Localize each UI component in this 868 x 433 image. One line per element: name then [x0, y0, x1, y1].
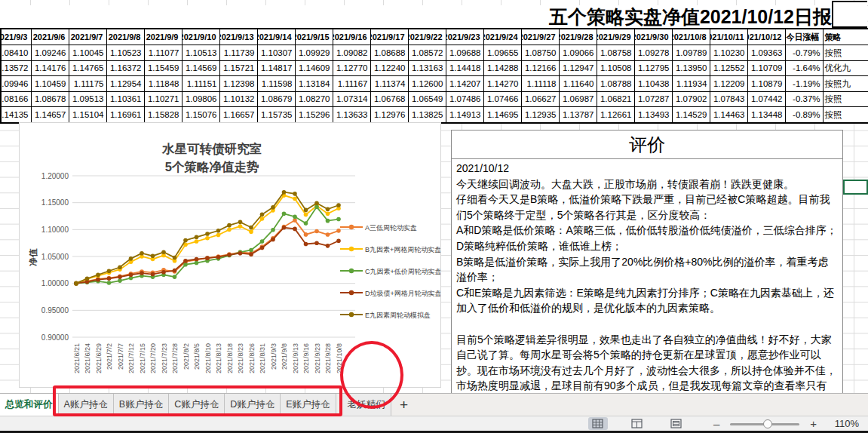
- net-value-cell[interactable]: 1.14135: [1, 107, 31, 123]
- zoom-in-button[interactable]: +: [810, 419, 817, 429]
- net-value-cell[interactable]: 1.11739: [219, 45, 257, 61]
- page-break-preview-icon[interactable]: [667, 417, 686, 430]
- net-value-cell[interactable]: 1.08166: [1, 91, 31, 107]
- net-value-cell[interactable]: 1.10045: [69, 45, 106, 61]
- net-value-cell[interactable]: 1.06987: [559, 91, 597, 107]
- net-value-cell[interactable]: 1.14529: [672, 107, 710, 123]
- sheet-tab-E账户持仓[interactable]: E账户持仓: [281, 394, 336, 416]
- net-value-cell[interactable]: 1.14765: [69, 60, 106, 76]
- net-value-cell[interactable]: 1.11598: [257, 76, 295, 92]
- net-value-cell[interactable]: 1.07314: [333, 91, 370, 107]
- net-value-cell[interactable]: 1.13572: [1, 60, 31, 76]
- net-value-cell[interactable]: 1.12770: [333, 60, 370, 76]
- net-value-cell[interactable]: 1.08679: [257, 91, 295, 107]
- net-value-cell[interactable]: 1.12976: [370, 107, 408, 123]
- net-value-cell[interactable]: 1.07442: [747, 91, 785, 107]
- net-value-cell[interactable]: 1.11118: [521, 76, 559, 92]
- strategy-cell[interactable]: 优化九: [823, 60, 868, 76]
- net-value-cell[interactable]: 1.15459: [144, 60, 182, 76]
- net-value-cell[interactable]: 1.15104: [69, 107, 106, 123]
- net-value-cell[interactable]: 1.07843: [710, 91, 747, 107]
- sheet-tab-D账户持仓[interactable]: D账户持仓: [225, 394, 281, 416]
- net-value-cell[interactable]: 1.08788: [597, 76, 634, 92]
- net-value-cell[interactable]: 1.10361: [106, 91, 144, 107]
- net-value-cell[interactable]: 1.14288: [483, 60, 521, 76]
- net-value-cell[interactable]: 1.11167: [333, 76, 370, 92]
- net-value-cell[interactable]: 1.08572: [408, 45, 446, 61]
- net-value-cell[interactable]: 1.14207: [446, 76, 483, 92]
- net-value-cell[interactable]: 1.08750: [521, 45, 559, 61]
- net-value-cell[interactable]: 1.15076: [182, 107, 219, 123]
- net-value-cell[interactable]: 1.14418: [446, 60, 483, 76]
- net-value-cell[interactable]: 1.07466: [483, 91, 521, 107]
- sheet-tab-overview[interactable]: 总览和评价: [0, 394, 59, 416]
- net-value-cell[interactable]: 1.14657: [31, 107, 69, 123]
- chart-container[interactable]: 水星可转债研究室5个策略净值走势净值1.200001.150001.100001…: [19, 122, 441, 388]
- net-value-cell[interactable]: 1.06768: [370, 91, 408, 107]
- net-value-cell[interactable]: 1.13184: [295, 76, 333, 92]
- net-value-cell[interactable]: 1.08410: [1, 45, 31, 61]
- net-value-cell[interactable]: 1.15735: [257, 107, 295, 123]
- net-value-cell[interactable]: 1.14270: [483, 76, 521, 92]
- net-value-cell[interactable]: 1.12935: [521, 107, 559, 123]
- net-value-cell[interactable]: 1.11151: [182, 76, 219, 92]
- normal-view-icon[interactable]: [588, 417, 608, 430]
- daily-change-cell[interactable]: -0.89%: [785, 107, 823, 123]
- net-value-cell[interactable]: 1.09246: [31, 45, 69, 61]
- net-value-cell[interactable]: 1.10508: [597, 60, 634, 76]
- net-value-cell[interactable]: 1.09363: [747, 45, 785, 61]
- net-value-cell[interactable]: 1.16961: [106, 107, 144, 123]
- net-value-cell[interactable]: 1.06821: [597, 91, 634, 107]
- net-value-cell[interactable]: 1.12166: [521, 60, 559, 76]
- net-value-cell[interactable]: 1.08678: [31, 91, 69, 107]
- daily-change-cell[interactable]: -0.79%: [785, 45, 823, 61]
- strategy-cell[interactable]: 按照: [823, 45, 868, 61]
- net-value-cell[interactable]: 1.10230: [710, 45, 747, 61]
- net-value-cell[interactable]: 1.08270: [295, 91, 333, 107]
- net-value-cell[interactable]: 1.14609: [295, 60, 333, 76]
- daily-change-cell[interactable]: -0.37%: [785, 91, 823, 107]
- net-value-cell[interactable]: 1.14569: [182, 60, 219, 76]
- net-value-cell[interactable]: 1.12209: [710, 76, 747, 92]
- net-value-cell[interactable]: 1.15828: [144, 107, 182, 123]
- net-value-cell[interactable]: 1.08758: [597, 45, 634, 61]
- sheet-tab-老妖精们[interactable]: 老妖精们: [342, 394, 391, 416]
- net-value-cell[interactable]: 1.11934: [672, 76, 710, 92]
- net-value-cell[interactable]: 1.13448: [747, 107, 785, 123]
- zoom-slider-thumb[interactable]: [763, 419, 772, 428]
- net-value-cell[interactable]: 1.09082: [333, 45, 370, 61]
- net-value-cell[interactable]: 1.14695: [483, 107, 521, 123]
- net-value-cell[interactable]: 1.09946: [1, 76, 31, 92]
- net-value-cell[interactable]: 1.09806: [182, 91, 219, 107]
- net-value-cell[interactable]: 1.09278: [634, 45, 672, 61]
- net-value-cell[interactable]: 1.14463: [710, 107, 747, 123]
- selected-cell[interactable]: [843, 180, 868, 195]
- sheet-tab-A账户持仓[interactable]: A账户持仓: [59, 394, 114, 416]
- net-value-cell[interactable]: 1.12795: [634, 60, 672, 76]
- net-value-cell[interactable]: 1.11640: [559, 76, 597, 92]
- net-value-cell[interactable]: 1.10271: [144, 91, 182, 107]
- net-value-cell[interactable]: 1.12661: [597, 107, 634, 123]
- daily-change-cell[interactable]: -1.19%: [785, 76, 823, 92]
- net-value-cell[interactable]: 1.13163: [408, 60, 446, 76]
- net-value-cell[interactable]: 1.09688: [446, 45, 483, 61]
- strategy-cell[interactable]: 按照九: [823, 76, 868, 92]
- net-value-cell[interactable]: 1.11077: [144, 45, 182, 61]
- net-value-cell[interactable]: 1.13787: [559, 107, 597, 123]
- strategy-cell[interactable]: 按照: [823, 107, 868, 123]
- net-value-cell[interactable]: 1.07287: [634, 91, 672, 107]
- net-value-cell[interactable]: 1.12954: [106, 76, 144, 92]
- net-value-cell[interactable]: 1.15296: [295, 107, 333, 123]
- net-value-cell[interactable]: 1.12552: [710, 60, 747, 76]
- net-value-cell[interactable]: 1.14817: [257, 60, 295, 76]
- net-value-cell[interactable]: 1.07902: [672, 91, 710, 107]
- daily-change-cell[interactable]: -1.64%: [785, 60, 823, 76]
- net-value-cell[interactable]: 1.14913: [446, 107, 483, 123]
- net-value-cell[interactable]: 1.09929: [295, 45, 333, 61]
- net-value-cell[interactable]: 1.13493: [634, 107, 672, 123]
- net-value-cell[interactable]: 1.09513: [69, 91, 106, 107]
- net-value-cell[interactable]: 1.09655: [483, 45, 521, 61]
- net-value-cell[interactable]: 1.07486: [446, 91, 483, 107]
- net-value-cell[interactable]: 1.10879: [747, 76, 785, 92]
- net-value-cell[interactable]: 1.10132: [219, 91, 257, 107]
